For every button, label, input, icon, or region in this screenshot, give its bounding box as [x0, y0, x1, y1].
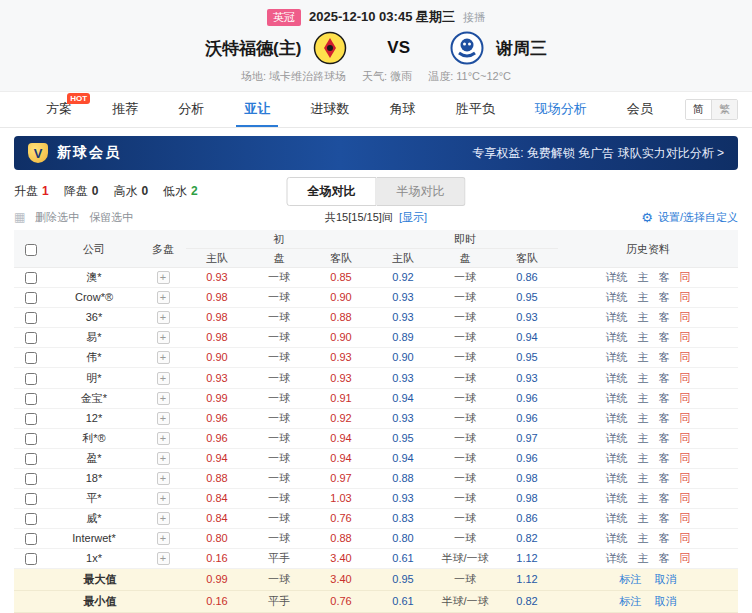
row-checkbox[interactable]: [25, 413, 37, 425]
history-same-link[interactable]: 同: [680, 452, 691, 464]
filter-drop[interactable]: 降盘 0: [64, 183, 99, 200]
history-home-link[interactable]: 主: [638, 432, 649, 444]
history-home-link[interactable]: 主: [638, 372, 649, 384]
company-name[interactable]: 易*: [48, 328, 140, 348]
vip-benefits[interactable]: 专享权益: 免费解锁 免广告 球队实力对比分析 >: [472, 145, 724, 162]
row-checkbox[interactable]: [25, 312, 37, 324]
lang-traditional-button[interactable]: 繁: [711, 100, 737, 119]
history-detail-link[interactable]: 详统: [606, 452, 628, 464]
history-home-link[interactable]: 主: [638, 552, 649, 564]
history-away-link[interactable]: 客: [659, 552, 670, 564]
tab-vip[interactable]: 会员: [619, 92, 661, 127]
expand-odds-button[interactable]: +: [157, 291, 170, 304]
history-same-link[interactable]: 同: [680, 331, 691, 343]
history-detail-link[interactable]: 详统: [606, 271, 628, 283]
cancel-link[interactable]: 取消: [655, 573, 677, 585]
company-name[interactable]: Crow*®: [48, 288, 140, 308]
history-detail-link[interactable]: 详统: [606, 472, 628, 484]
history-same-link[interactable]: 同: [680, 291, 691, 303]
company-name[interactable]: 盈*: [48, 448, 140, 468]
expand-odds-button[interactable]: +: [157, 271, 170, 284]
history-away-link[interactable]: 客: [659, 351, 670, 363]
company-name[interactable]: 伟*: [48, 348, 140, 368]
tab-1x2[interactable]: 胜平负: [448, 92, 503, 127]
history-away-link[interactable]: 客: [659, 472, 670, 484]
history-detail-link[interactable]: 详统: [606, 392, 628, 404]
company-name[interactable]: 威*: [48, 509, 140, 529]
tab-corners[interactable]: 角球: [382, 92, 424, 127]
keep-selected-link[interactable]: 保留选中: [89, 210, 133, 225]
expand-odds-button[interactable]: +: [157, 372, 170, 385]
history-home-link[interactable]: 主: [638, 331, 649, 343]
expand-odds-button[interactable]: +: [157, 392, 170, 405]
history-away-link[interactable]: 客: [659, 291, 670, 303]
row-checkbox[interactable]: [25, 373, 37, 385]
history-away-link[interactable]: 客: [659, 432, 670, 444]
history-away-link[interactable]: 客: [659, 412, 670, 424]
history-same-link[interactable]: 同: [680, 412, 691, 424]
history-detail-link[interactable]: 详统: [606, 512, 628, 524]
tab-plan[interactable]: 方案 HOT: [38, 92, 80, 127]
history-home-link[interactable]: 主: [638, 492, 649, 504]
history-same-link[interactable]: 同: [680, 552, 691, 564]
history-away-link[interactable]: 客: [659, 512, 670, 524]
history-detail-link[interactable]: 详统: [606, 372, 628, 384]
history-home-link[interactable]: 主: [638, 311, 649, 323]
league-badge[interactable]: 英冠: [267, 9, 301, 26]
tab-goals[interactable]: 进球数: [302, 92, 357, 127]
company-name[interactable]: 36*: [48, 308, 140, 328]
row-checkbox[interactable]: [25, 272, 37, 284]
history-same-link[interactable]: 同: [680, 432, 691, 444]
vip-banner[interactable]: V 新球会员 专享权益: 免费解锁 免广告 球队实力对比分析 >: [14, 136, 738, 170]
history-away-link[interactable]: 客: [659, 452, 670, 464]
history-away-link[interactable]: 客: [659, 311, 670, 323]
half-match-toggle[interactable]: 半场对比: [377, 177, 466, 206]
history-away-link[interactable]: 客: [659, 392, 670, 404]
company-name[interactable]: 1x*: [48, 549, 140, 569]
tab-recommend[interactable]: 推荐: [104, 92, 146, 127]
history-same-link[interactable]: 同: [680, 512, 691, 524]
broadcast-link[interactable]: 接播: [463, 10, 485, 25]
history-detail-link[interactable]: 详统: [606, 311, 628, 323]
history-home-link[interactable]: 主: [638, 351, 649, 363]
history-home-link[interactable]: 主: [638, 291, 649, 303]
history-detail-link[interactable]: 详统: [606, 291, 628, 303]
history-detail-link[interactable]: 详统: [606, 532, 628, 544]
show-link[interactable]: [显示]: [399, 210, 427, 225]
history-away-link[interactable]: 客: [659, 532, 670, 544]
history-detail-link[interactable]: 详统: [606, 552, 628, 564]
cancel-link[interactable]: 取消: [655, 595, 677, 607]
history-same-link[interactable]: 同: [680, 311, 691, 323]
delete-selected-link[interactable]: 删除选中: [35, 210, 79, 225]
row-checkbox[interactable]: [25, 533, 37, 545]
history-same-link[interactable]: 同: [680, 532, 691, 544]
history-detail-link[interactable]: 详统: [606, 492, 628, 504]
expand-odds-button[interactable]: +: [157, 432, 170, 445]
company-name[interactable]: 平*: [48, 489, 140, 509]
history-home-link[interactable]: 主: [638, 452, 649, 464]
company-name[interactable]: 利*®: [48, 428, 140, 448]
expand-odds-button[interactable]: +: [157, 472, 170, 485]
history-home-link[interactable]: 主: [638, 392, 649, 404]
expand-odds-button[interactable]: +: [157, 552, 170, 565]
history-detail-link[interactable]: 详统: [606, 412, 628, 424]
history-home-link[interactable]: 主: [638, 472, 649, 484]
history-detail-link[interactable]: 详统: [606, 331, 628, 343]
mark-link[interactable]: 标注: [620, 595, 642, 607]
history-same-link[interactable]: 同: [680, 372, 691, 384]
expand-odds-button[interactable]: +: [157, 311, 170, 324]
row-checkbox[interactable]: [25, 433, 37, 445]
expand-odds-button[interactable]: +: [157, 452, 170, 465]
row-checkbox[interactable]: [25, 292, 37, 304]
customize-controls[interactable]: ⚙ 设置/选择自定义: [641, 210, 738, 225]
tab-analysis[interactable]: 分析: [170, 92, 212, 127]
row-checkbox[interactable]: [25, 393, 37, 405]
expand-odds-button[interactable]: +: [157, 412, 170, 425]
row-checkbox[interactable]: [25, 352, 37, 364]
company-name[interactable]: Interwet*: [48, 529, 140, 549]
select-all-checkbox[interactable]: [25, 244, 37, 256]
lang-simplified-button[interactable]: 简: [686, 100, 711, 119]
history-away-link[interactable]: 客: [659, 331, 670, 343]
filter-rise[interactable]: 升盘 1: [14, 183, 49, 200]
history-home-link[interactable]: 主: [638, 532, 649, 544]
